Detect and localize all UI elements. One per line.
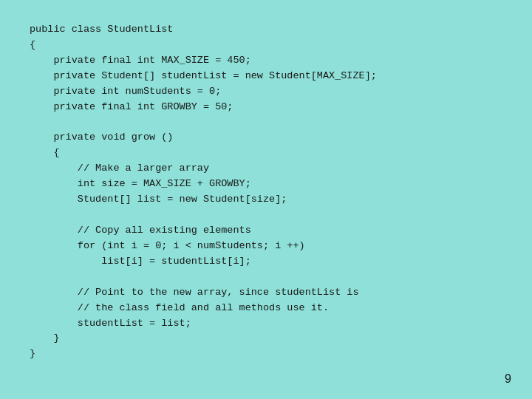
page-number: 9 xyxy=(505,372,511,386)
slide: public class StudentList { private final… xyxy=(0,0,532,399)
code-block: public class StudentList { private final… xyxy=(30,22,502,362)
